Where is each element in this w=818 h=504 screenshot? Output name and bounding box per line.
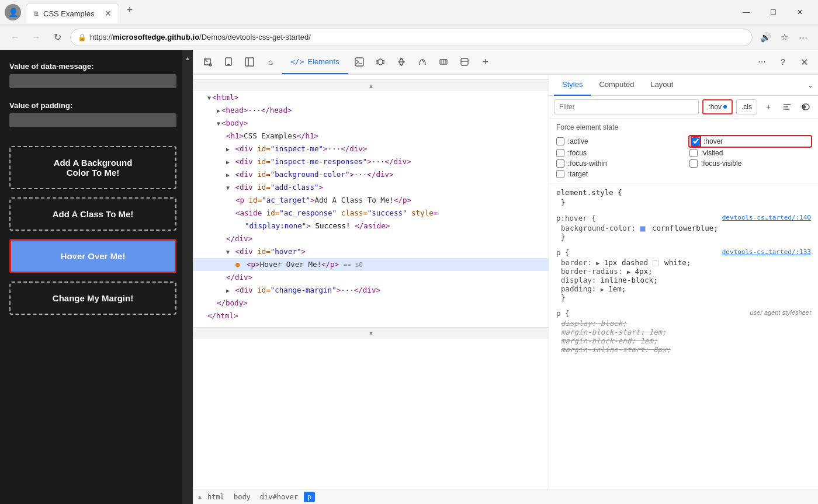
state-focus-checkbox[interactable] bbox=[556, 149, 564, 157]
color-swatch-white[interactable] bbox=[653, 260, 658, 266]
more-tools-button[interactable]: ⋯ bbox=[753, 53, 771, 71]
tree-ac-target[interactable]: <p id="ac_target">Add A Class To Me!</p> bbox=[193, 194, 549, 207]
css-rule-header: element.style { bbox=[556, 188, 811, 197]
hov-button[interactable]: :hov bbox=[702, 99, 733, 114]
svg-point-7 bbox=[378, 59, 383, 65]
tree-h1[interactable]: <h1>CSS Examples</h1> bbox=[193, 130, 549, 142]
tab-computed[interactable]: Computed bbox=[591, 75, 642, 96]
tree-scroll-down[interactable]: ▼ bbox=[193, 327, 549, 339]
state-focus-within-checkbox[interactable] bbox=[556, 159, 564, 168]
data-message-input[interactable] bbox=[9, 74, 176, 88]
tree-body[interactable]: ▼<body> bbox=[193, 117, 549, 130]
breadcrumb-div-hover[interactable]: div#hover bbox=[257, 492, 301, 502]
devtools-panel: ⌂ </> Elements bbox=[193, 50, 818, 504]
css-hover-block: background-color: cornflowerblue; bbox=[556, 224, 811, 232]
border-expand-arrow[interactable]: ▶ bbox=[596, 260, 599, 266]
breadcrumb-p[interactable]: p bbox=[304, 492, 315, 502]
breadcrumb-scroll-left[interactable]: ▲ bbox=[198, 493, 202, 500]
application-button[interactable] bbox=[455, 53, 474, 71]
read-aloud-button[interactable]: 🔊 bbox=[757, 29, 774, 46]
add-rule-button[interactable]: + bbox=[761, 99, 776, 114]
state-focus: :focus bbox=[556, 149, 678, 157]
tree-hover-div[interactable]: ▼ <div id="hover"> bbox=[193, 245, 549, 258]
tab-styles[interactable]: Styles bbox=[554, 75, 591, 96]
device-emulation-button[interactable] bbox=[219, 53, 238, 71]
css-ua-margin-inline: margin-inline-start: 0px; bbox=[561, 345, 811, 354]
minimize-button[interactable]: — bbox=[733, 3, 760, 22]
css-hover-selector: p:hover { bbox=[556, 214, 596, 223]
tree-hover-p[interactable]: ● <p>Hover Over Me!</p> == $0 bbox=[193, 258, 549, 271]
cls-button[interactable]: .cls bbox=[736, 99, 757, 114]
state-active-checkbox[interactable] bbox=[556, 137, 564, 145]
browser-tab[interactable]: 🗎 CSS Examples ✕ bbox=[26, 4, 119, 23]
tree-scroll-up[interactable]: ▲ bbox=[193, 79, 549, 91]
state-hover-checkbox[interactable] bbox=[692, 137, 700, 145]
svg-line-10 bbox=[376, 63, 378, 64]
memory-button[interactable] bbox=[434, 53, 453, 71]
back-button[interactable]: ← bbox=[7, 29, 23, 46]
state-active: :active bbox=[556, 136, 678, 147]
styles-panel: Styles Computed Layout ⌄ :hov .cls + bbox=[549, 75, 818, 489]
hover-box[interactable]: Hover Over Me! bbox=[9, 239, 176, 273]
padding-input[interactable] bbox=[9, 113, 176, 127]
tree-inspect-me[interactable]: ▶ <div id="inspect-me">···</div> bbox=[193, 142, 549, 155]
preview-panel: Value of data-message: Value of padding:… bbox=[0, 50, 193, 504]
help-button[interactable]: ? bbox=[774, 53, 792, 71]
add-tool-button[interactable]: + bbox=[476, 53, 495, 71]
network-button[interactable] bbox=[392, 53, 411, 71]
svg-rect-21 bbox=[461, 58, 468, 65]
css-rule-ua-header: p { user agent stylesheet bbox=[556, 309, 811, 318]
css-p-close: } bbox=[556, 293, 811, 302]
css-p-file-link[interactable]: devtools-cs…tarted/:133 bbox=[722, 248, 811, 256]
css-rule-p: p { devtools-cs…tarted/:133 border: ▶ 1p… bbox=[556, 248, 811, 302]
css-bg-color-prop: background-color: bbox=[561, 224, 640, 232]
tree-bg-color[interactable]: ▶ <div id="background-color">···</div> bbox=[193, 168, 549, 181]
border-radius-expand-arrow[interactable]: ▶ bbox=[627, 269, 630, 275]
tab-title: CSS Examples bbox=[43, 9, 94, 18]
performance-button[interactable] bbox=[413, 53, 432, 71]
new-style-rule-button[interactable] bbox=[779, 99, 795, 114]
state-target-checkbox[interactable] bbox=[556, 170, 564, 178]
tab-layout[interactable]: Layout bbox=[642, 75, 681, 96]
bg-color-box: Add A BackgroundColor To Me! bbox=[9, 146, 176, 189]
css-hover-file-link[interactable]: devtools-cs…tarted/:140 bbox=[722, 214, 811, 221]
address-bar-actions: 🔊 ☆ ⋯ bbox=[757, 29, 811, 46]
tree-change-margin[interactable]: ▶ <div id="change-margin">···</div> bbox=[193, 284, 549, 297]
sidebar-toggle-button[interactable] bbox=[240, 53, 259, 71]
favorites-button[interactable]: ☆ bbox=[776, 29, 792, 46]
padding-expand-arrow[interactable]: ▶ bbox=[601, 286, 604, 293]
close-button[interactable]: ✕ bbox=[786, 3, 813, 22]
css-rule-p-header: p { devtools-cs…tarted/:133 bbox=[556, 248, 811, 257]
more-button[interactable]: ⋯ bbox=[795, 29, 811, 46]
state-visited-checkbox[interactable] bbox=[689, 149, 698, 157]
styles-more-button[interactable]: ⌄ bbox=[807, 81, 813, 89]
tree-ac-response[interactable]: <aside id="ac_response" class="success" … bbox=[193, 207, 549, 220]
forward-button[interactable]: → bbox=[28, 29, 44, 46]
styles-filter-input[interactable] bbox=[554, 99, 699, 114]
css-p-selector: p { bbox=[556, 248, 570, 257]
console-icon-button[interactable] bbox=[350, 53, 369, 71]
tree-inspect-me-responses[interactable]: ▶ <div id="inspect-me-responses">···</di… bbox=[193, 155, 549, 168]
home-button[interactable]: ⌂ bbox=[261, 53, 280, 71]
toggle-element-state-button[interactable] bbox=[798, 99, 813, 114]
tree-html[interactable]: ▼<html> bbox=[193, 91, 549, 104]
refresh-button[interactable]: ↻ bbox=[49, 29, 65, 46]
inspect-element-button[interactable] bbox=[198, 53, 217, 71]
color-swatch-cornflowerblue[interactable] bbox=[640, 226, 646, 232]
tree-head[interactable]: ▶<head>···</head> bbox=[193, 104, 549, 117]
devtools-close-button[interactable]: ✕ bbox=[795, 53, 813, 71]
elements-tree[interactable]: ▲ ▼<html> ▶<head>···</head> ▼<body> <h1>… bbox=[193, 75, 549, 489]
state-focus-visible-checkbox[interactable] bbox=[689, 159, 698, 168]
bug-icon-button[interactable] bbox=[371, 53, 390, 71]
new-tab-button[interactable]: + bbox=[120, 1, 139, 20]
window-controls: — ☐ ✕ bbox=[733, 3, 813, 22]
tree-add-class[interactable]: ▼ <div id="add-class"> bbox=[193, 181, 549, 194]
maximize-button[interactable]: ☐ bbox=[760, 3, 786, 22]
tab-elements[interactable]: </> Elements bbox=[282, 50, 348, 74]
preview-scrollbar[interactable]: ▲ bbox=[182, 50, 193, 504]
tab-close-button[interactable]: ✕ bbox=[105, 9, 112, 18]
breadcrumb-html[interactable]: html bbox=[204, 492, 228, 502]
state-visited-label: :visited bbox=[701, 149, 723, 157]
breadcrumb-body[interactable]: body bbox=[230, 492, 254, 502]
url-bar[interactable]: 🔒 https://microsoftedge.github.io/Demos/… bbox=[70, 29, 753, 46]
